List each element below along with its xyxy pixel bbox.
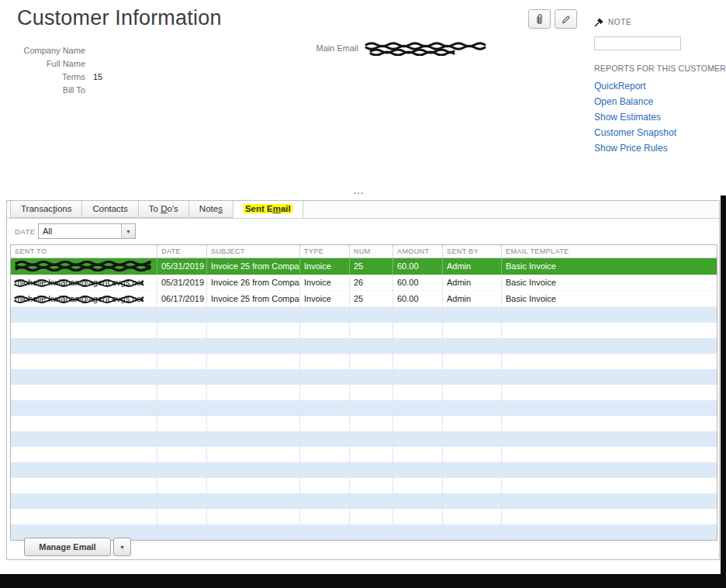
column-header-num: NUM xyxy=(349,245,392,258)
cell-sent-to xyxy=(11,258,157,274)
tab-sent-email[interactable]: Sent Email xyxy=(233,201,303,218)
empty-cell xyxy=(299,478,349,493)
tab-to-do-s[interactable]: To Do's xyxy=(138,201,189,218)
customer-summary-fields: Company NameFull NameTerms15Bill To xyxy=(17,43,102,96)
attach-file-button[interactable] xyxy=(528,9,551,29)
empty-row xyxy=(11,323,717,338)
empty-cell xyxy=(11,338,157,354)
report-links: QuickReportOpen BalanceShow EstimatesCus… xyxy=(594,78,676,156)
empty-cell xyxy=(349,369,392,385)
tab-notes[interactable]: Notes xyxy=(188,201,233,218)
cell-num: 26 xyxy=(349,275,392,290)
empty-cell xyxy=(299,493,349,509)
note-input[interactable] xyxy=(594,36,681,50)
empty-cell xyxy=(11,400,157,416)
field-row: Company Name xyxy=(17,43,102,57)
date-filter-dropdown[interactable]: All ▼ xyxy=(38,223,136,239)
empty-cell xyxy=(299,524,349,540)
table-row[interactable]: 05/31/2019Invoice 25 from CompanyInvoice… xyxy=(11,258,717,275)
link-customer-snapshot[interactable]: Customer Snapshot xyxy=(594,125,676,140)
empty-cell xyxy=(299,307,349,323)
empty-row xyxy=(11,416,717,431)
tab-label: Notes xyxy=(199,204,223,213)
screen-edge-right xyxy=(721,195,726,588)
customer-detail-panel: TransactionsContactsTo Do'sNotesSent Ema… xyxy=(6,200,720,560)
empty-cell xyxy=(501,385,717,400)
field-row: Bill To xyxy=(17,83,102,96)
empty-cell xyxy=(206,307,299,323)
main-email-redacted-value xyxy=(365,42,487,56)
empty-cell xyxy=(206,509,299,524)
empty-cell xyxy=(392,493,442,509)
empty-cell xyxy=(11,416,157,431)
splitter-handle[interactable]: ... xyxy=(354,186,365,195)
cell-type: Invoice xyxy=(299,258,349,274)
empty-cell xyxy=(349,385,392,400)
field-value: 15 xyxy=(93,72,102,81)
empty-cell xyxy=(349,462,392,478)
empty-cell xyxy=(11,447,157,462)
link-show-estimates[interactable]: Show Estimates xyxy=(594,109,676,125)
edit-customer-button[interactable] xyxy=(555,9,577,29)
empty-cell xyxy=(392,478,442,493)
empty-cell xyxy=(501,323,717,338)
column-header-email-template: EMAIL TEMPLATE xyxy=(501,245,717,258)
field-label: Company Name xyxy=(17,46,85,55)
tab-transactions[interactable]: Transactions xyxy=(10,201,82,218)
tab-contacts[interactable]: Contacts xyxy=(81,201,138,218)
empty-cell xyxy=(442,338,501,354)
empty-cell xyxy=(157,400,206,416)
empty-cell xyxy=(11,478,157,493)
tab-label: To Do's xyxy=(149,204,178,213)
cell-subject: Invoice 25 from Company xyxy=(206,258,299,274)
empty-cell xyxy=(157,354,206,369)
empty-cell xyxy=(11,369,157,385)
cell-template: Basic Invoice xyxy=(501,258,717,274)
column-header-subject: SUBJECT xyxy=(206,245,299,258)
empty-cell xyxy=(442,431,501,447)
empty-row xyxy=(11,354,717,369)
empty-cell xyxy=(11,462,157,478)
empty-cell xyxy=(206,524,299,540)
link-show-price-rules[interactable]: Show Price Rules xyxy=(594,140,676,156)
empty-cell xyxy=(299,323,349,338)
empty-cell xyxy=(392,307,442,323)
cell-template: Basic Invoice xyxy=(501,291,717,306)
column-header-sent-to: SENT TO xyxy=(11,245,157,258)
link-open-balance[interactable]: Open Balance xyxy=(594,94,676,109)
empty-cell xyxy=(501,307,717,323)
empty-cell xyxy=(206,447,299,462)
empty-cell xyxy=(442,509,501,524)
empty-cell xyxy=(157,416,206,431)
empty-cell xyxy=(349,447,392,462)
empty-cell xyxy=(206,431,299,447)
cell-date: 05/31/2019 xyxy=(157,258,206,274)
empty-cell xyxy=(392,369,442,385)
empty-cell xyxy=(349,416,392,431)
table-row[interactable]: michelle.kwiahan@agent.cvgs.net05/31/201… xyxy=(11,275,717,291)
empty-cell xyxy=(349,338,392,354)
empty-cell xyxy=(349,478,392,493)
empty-cell xyxy=(349,524,392,540)
empty-cell xyxy=(501,416,717,431)
column-header-sent-by: SENT BY xyxy=(442,245,501,258)
empty-cell xyxy=(349,354,392,369)
manage-email-dropdown-button[interactable]: ▼ xyxy=(113,538,131,556)
empty-cell xyxy=(442,447,501,462)
empty-row xyxy=(11,493,717,509)
empty-cell xyxy=(442,369,501,385)
reports-header: REPORTS FOR THIS CUSTOMER xyxy=(594,64,726,73)
manage-email-button[interactable]: Manage Email xyxy=(24,538,111,556)
empty-cell xyxy=(442,462,501,478)
empty-cell xyxy=(157,307,206,323)
link-quickreport[interactable]: QuickReport xyxy=(594,78,676,94)
empty-cell xyxy=(157,431,206,447)
empty-cell xyxy=(206,462,299,478)
table-row[interactable]: michelle.kwiahan@agent.cvgs.net06/17/201… xyxy=(11,291,717,307)
cell-amount: 60.00 xyxy=(392,258,442,274)
empty-cell xyxy=(442,416,501,431)
empty-cell xyxy=(157,369,206,385)
empty-cell xyxy=(392,385,442,400)
chevron-down-icon: ▼ xyxy=(119,545,125,550)
empty-cell xyxy=(501,447,717,462)
